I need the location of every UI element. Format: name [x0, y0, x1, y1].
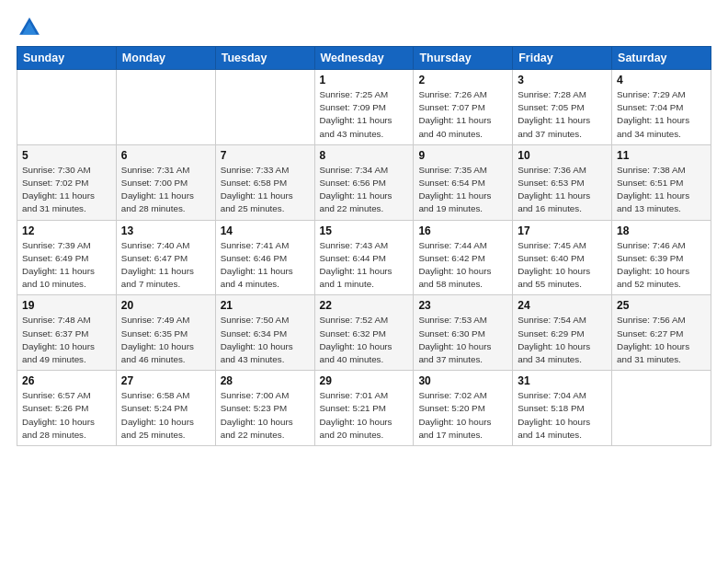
- day-detail: Sunrise: 7:41 AM Sunset: 6:46 PM Dayligh…: [221, 239, 310, 292]
- calendar-day-14: 14Sunrise: 7:41 AM Sunset: 6:46 PM Dayli…: [215, 220, 314, 295]
- day-number: 27: [121, 374, 210, 387]
- day-detail: Sunrise: 7:01 AM Sunset: 5:21 PM Dayligh…: [320, 389, 409, 442]
- day-detail: Sunrise: 7:30 AM Sunset: 7:02 PM Dayligh…: [22, 164, 111, 216]
- day-number: 19: [22, 299, 111, 312]
- day-number: 7: [221, 149, 310, 162]
- day-detail: Sunrise: 7:31 AM Sunset: 7:00 PM Dayligh…: [121, 164, 210, 216]
- calendar-day-27: 27Sunrise: 6:58 AM Sunset: 5:24 PM Dayli…: [116, 371, 215, 446]
- day-detail: Sunrise: 6:58 AM Sunset: 5:24 PM Dayligh…: [121, 389, 210, 442]
- day-detail: Sunrise: 7:39 AM Sunset: 6:49 PM Dayligh…: [22, 239, 111, 292]
- calendar-day-20: 20Sunrise: 7:49 AM Sunset: 6:35 PM Dayli…: [116, 295, 215, 371]
- day-detail: Sunrise: 7:49 AM Sunset: 6:35 PM Dayligh…: [121, 314, 210, 366]
- calendar-day-2: 2Sunrise: 7:26 AM Sunset: 7:07 PM Daylig…: [414, 70, 513, 145]
- day-number: 21: [221, 299, 310, 312]
- day-detail: Sunrise: 7:52 AM Sunset: 6:32 PM Dayligh…: [320, 314, 409, 366]
- calendar-day-4: 4Sunrise: 7:29 AM Sunset: 7:04 PM Daylig…: [612, 70, 711, 145]
- day-detail: Sunrise: 7:34 AM Sunset: 6:56 PM Dayligh…: [320, 164, 409, 216]
- day-number: 26: [22, 374, 111, 387]
- day-number: 28: [221, 374, 310, 387]
- calendar-day-11: 11Sunrise: 7:38 AM Sunset: 6:51 PM Dayli…: [612, 144, 711, 220]
- calendar-day-25: 25Sunrise: 7:56 AM Sunset: 6:27 PM Dayli…: [612, 295, 711, 371]
- calendar-week-row: 1Sunrise: 7:25 AM Sunset: 7:09 PM Daylig…: [17, 70, 711, 145]
- day-number: 9: [418, 149, 507, 162]
- calendar-day-17: 17Sunrise: 7:45 AM Sunset: 6:40 PM Dayli…: [513, 220, 612, 295]
- day-number: 30: [418, 374, 507, 387]
- header: [17, 9, 711, 40]
- day-number: 18: [617, 224, 706, 237]
- day-number: 2: [418, 74, 507, 86]
- day-detail: Sunrise: 7:28 AM Sunset: 7:05 PM Dayligh…: [518, 88, 607, 141]
- day-detail: Sunrise: 6:57 AM Sunset: 5:26 PM Dayligh…: [22, 389, 111, 442]
- day-detail: Sunrise: 7:04 AM Sunset: 5:18 PM Dayligh…: [518, 389, 607, 442]
- calendar-weekday-friday: Friday: [513, 47, 612, 70]
- calendar-week-row: 12Sunrise: 7:39 AM Sunset: 6:49 PM Dayli…: [17, 220, 711, 295]
- calendar-day-19: 19Sunrise: 7:48 AM Sunset: 6:37 PM Dayli…: [17, 295, 117, 371]
- day-detail: Sunrise: 7:50 AM Sunset: 6:34 PM Dayligh…: [221, 314, 310, 366]
- calendar-header-row: SundayMondayTuesdayWednesdayThursdayFrid…: [17, 47, 711, 70]
- day-detail: Sunrise: 7:45 AM Sunset: 6:40 PM Dayligh…: [518, 239, 607, 292]
- calendar-day-18: 18Sunrise: 7:46 AM Sunset: 6:39 PM Dayli…: [612, 220, 711, 295]
- calendar-day-10: 10Sunrise: 7:36 AM Sunset: 6:53 PM Dayli…: [513, 144, 612, 220]
- calendar-week-row: 26Sunrise: 6:57 AM Sunset: 5:26 PM Dayli…: [17, 371, 711, 446]
- day-number: 20: [121, 299, 210, 312]
- day-detail: Sunrise: 7:38 AM Sunset: 6:51 PM Dayligh…: [617, 164, 706, 216]
- day-detail: Sunrise: 7:02 AM Sunset: 5:20 PM Dayligh…: [418, 389, 507, 442]
- day-number: 23: [418, 299, 507, 312]
- day-detail: Sunrise: 7:54 AM Sunset: 6:29 PM Dayligh…: [518, 314, 607, 366]
- calendar-day-5: 5Sunrise: 7:30 AM Sunset: 7:02 PM Daylig…: [17, 144, 117, 220]
- day-number: 3: [518, 74, 607, 86]
- calendar-weekday-wednesday: Wednesday: [314, 47, 414, 70]
- calendar-day-30: 30Sunrise: 7:02 AM Sunset: 5:20 PM Dayli…: [414, 371, 513, 446]
- day-number: 13: [121, 224, 210, 237]
- calendar-day-22: 22Sunrise: 7:52 AM Sunset: 6:32 PM Dayli…: [314, 295, 414, 371]
- calendar-day-12: 12Sunrise: 7:39 AM Sunset: 6:49 PM Dayli…: [17, 220, 117, 295]
- calendar-day-3: 3Sunrise: 7:28 AM Sunset: 7:05 PM Daylig…: [513, 70, 612, 145]
- calendar-day-13: 13Sunrise: 7:40 AM Sunset: 6:47 PM Dayli…: [116, 220, 215, 295]
- day-number: 4: [617, 74, 706, 86]
- calendar-week-row: 19Sunrise: 7:48 AM Sunset: 6:37 PM Dayli…: [17, 295, 711, 371]
- calendar-weekday-sunday: Sunday: [17, 47, 117, 70]
- day-detail: Sunrise: 7:44 AM Sunset: 6:42 PM Dayligh…: [418, 239, 507, 292]
- day-detail: Sunrise: 7:35 AM Sunset: 6:54 PM Dayligh…: [418, 164, 507, 216]
- day-number: 16: [418, 224, 507, 237]
- page: SundayMondayTuesdayWednesdayThursdayFrid…: [0, 0, 728, 563]
- day-detail: Sunrise: 7:33 AM Sunset: 6:58 PM Dayligh…: [221, 164, 310, 216]
- calendar-day-15: 15Sunrise: 7:43 AM Sunset: 6:44 PM Dayli…: [314, 220, 414, 295]
- logo: [17, 15, 42, 40]
- day-number: 11: [617, 149, 706, 162]
- day-number: 10: [518, 149, 607, 162]
- day-number: 12: [22, 224, 111, 237]
- calendar-weekday-monday: Monday: [116, 47, 215, 70]
- day-detail: Sunrise: 7:56 AM Sunset: 6:27 PM Dayligh…: [617, 314, 706, 366]
- calendar-table: SundayMondayTuesdayWednesdayThursdayFrid…: [17, 46, 711, 446]
- calendar-day-7: 7Sunrise: 7:33 AM Sunset: 6:58 PM Daylig…: [215, 144, 314, 220]
- day-detail: Sunrise: 7:26 AM Sunset: 7:07 PM Dayligh…: [418, 88, 507, 141]
- day-number: 17: [518, 224, 607, 237]
- day-detail: Sunrise: 7:40 AM Sunset: 6:47 PM Dayligh…: [121, 239, 210, 292]
- calendar-day-31: 31Sunrise: 7:04 AM Sunset: 5:18 PM Dayli…: [513, 371, 612, 446]
- day-number: 15: [320, 224, 409, 237]
- calendar-weekday-tuesday: Tuesday: [215, 47, 314, 70]
- day-detail: Sunrise: 7:53 AM Sunset: 6:30 PM Dayligh…: [418, 314, 507, 366]
- day-number: 5: [22, 149, 111, 162]
- logo-icon: [17, 15, 42, 40]
- calendar-day-24: 24Sunrise: 7:54 AM Sunset: 6:29 PM Dayli…: [513, 295, 612, 371]
- calendar-day-empty: [17, 70, 117, 145]
- calendar-day-9: 9Sunrise: 7:35 AM Sunset: 6:54 PM Daylig…: [414, 144, 513, 220]
- calendar-day-28: 28Sunrise: 7:00 AM Sunset: 5:23 PM Dayli…: [215, 371, 314, 446]
- day-number: 6: [121, 149, 210, 162]
- day-number: 22: [320, 299, 409, 312]
- day-number: 1: [320, 74, 409, 86]
- day-number: 24: [518, 299, 607, 312]
- day-detail: Sunrise: 7:00 AM Sunset: 5:23 PM Dayligh…: [221, 389, 310, 442]
- calendar-week-row: 5Sunrise: 7:30 AM Sunset: 7:02 PM Daylig…: [17, 144, 711, 220]
- day-detail: Sunrise: 7:25 AM Sunset: 7:09 PM Dayligh…: [320, 88, 409, 141]
- calendar-day-6: 6Sunrise: 7:31 AM Sunset: 7:00 PM Daylig…: [116, 144, 215, 220]
- calendar-weekday-saturday: Saturday: [612, 47, 711, 70]
- day-number: 29: [320, 374, 409, 387]
- calendar-day-16: 16Sunrise: 7:44 AM Sunset: 6:42 PM Dayli…: [414, 220, 513, 295]
- calendar-day-23: 23Sunrise: 7:53 AM Sunset: 6:30 PM Dayli…: [414, 295, 513, 371]
- day-detail: Sunrise: 7:36 AM Sunset: 6:53 PM Dayligh…: [518, 164, 607, 216]
- day-detail: Sunrise: 7:43 AM Sunset: 6:44 PM Dayligh…: [320, 239, 409, 292]
- day-number: 25: [617, 299, 706, 312]
